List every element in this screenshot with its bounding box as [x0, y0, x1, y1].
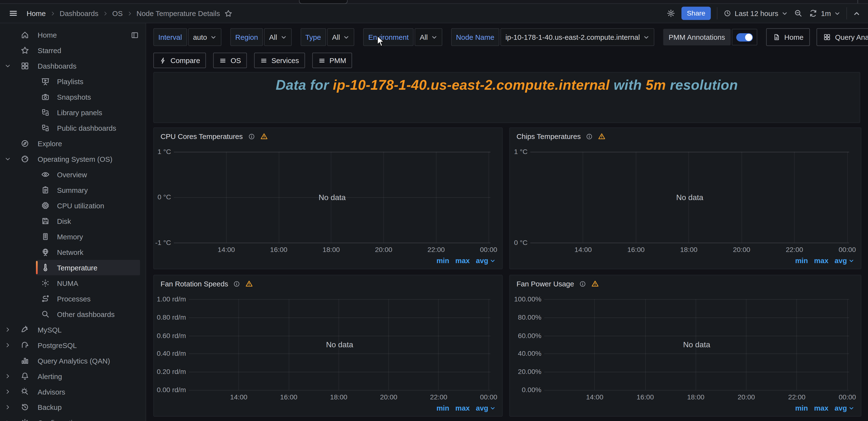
sidebar-item-home[interactable]: Home: [0, 27, 146, 43]
variable-value-dropdown[interactable]: All: [327, 28, 354, 46]
sidebar-item-overview[interactable]: Overview: [0, 167, 146, 183]
sidebar-item-library-panels[interactable]: Library panels: [0, 105, 146, 120]
list-icon: [260, 57, 268, 64]
warning-icon[interactable]: [598, 133, 606, 140]
pmm-annotations-toggle[interactable]: [732, 29, 757, 46]
chevron-down-icon[interactable]: [4, 62, 11, 69]
eye-icon: [41, 170, 50, 179]
sidebar-item-starred[interactable]: Starred: [0, 43, 146, 58]
legend-item-min[interactable]: min: [795, 404, 808, 412]
sidebar-item-snapshots[interactable]: Snapshots: [0, 89, 146, 105]
share-button[interactable]: Share: [681, 6, 711, 20]
sidebar-item-summary[interactable]: Summary: [0, 183, 146, 198]
panel-header[interactable]: Fan Power Usage: [510, 275, 861, 292]
dolphin-icon: [21, 325, 30, 334]
sidebar-item-playlists[interactable]: Playlists: [0, 74, 146, 89]
services-quick-link[interactable]: Services: [254, 53, 305, 68]
panel-header[interactable]: CPU Cores Temperatures: [154, 128, 502, 145]
variable-value-dropdown[interactable]: auto: [188, 28, 221, 46]
breadcrumb-item[interactable]: Node Temperature Details: [136, 9, 220, 18]
x-tick-label: 18:00: [330, 393, 347, 401]
variable-value-dropdown[interactable]: ip-10-178-1-40.us-east-2.compute.interna…: [500, 28, 654, 46]
legend-item-min[interactable]: min: [436, 257, 449, 265]
sidebar-item-dashboards[interactable]: Dashboards: [0, 58, 146, 74]
panel-title[interactable]: Fan Power Usage: [517, 279, 574, 288]
chevron-right-icon[interactable]: [4, 373, 11, 379]
panel-title[interactable]: Chips Temperatures: [517, 132, 581, 140]
chevron-right-icon[interactable]: [4, 327, 11, 333]
menu-icon[interactable]: [9, 9, 18, 18]
sidebar-item-mysql[interactable]: MySQL: [0, 322, 146, 337]
legend-item-max[interactable]: max: [814, 404, 828, 412]
chevron-right-icon[interactable]: [4, 404, 11, 410]
legend-item-avg[interactable]: avg: [476, 257, 496, 265]
breadcrumb-item[interactable]: OS: [112, 9, 123, 18]
chevron-right-icon[interactable]: [4, 342, 11, 348]
sidebar-item-postgresql[interactable]: PostgreSQL: [0, 337, 146, 353]
sidebar-item-configuration[interactable]: Configuration: [0, 415, 146, 421]
variable-value-dropdown[interactable]: All: [264, 28, 291, 46]
sidebar-item-memory[interactable]: Memory: [0, 229, 146, 244]
quick-links-row: CompareOSServicesPMM: [153, 53, 352, 67]
refresh-icon[interactable]: [809, 9, 817, 18]
clock-icon: [723, 9, 731, 17]
sidebar-item-cpu-utilization[interactable]: CPU utilization: [0, 198, 146, 214]
chevron-down-icon: [848, 405, 854, 411]
home-link-button[interactable]: Home: [766, 28, 810, 46]
chevron-right-icon[interactable]: [4, 388, 11, 395]
warning-icon[interactable]: [245, 280, 253, 288]
sidebar-item-query-analytics-qan[interactable]: Query Analytics (QAN): [0, 353, 146, 368]
warning-icon[interactable]: [591, 280, 599, 288]
pmm-quick-link[interactable]: PMM: [312, 53, 352, 68]
variable-value-dropdown[interactable]: All: [415, 28, 442, 46]
panel-cpu-cores-temperatures: CPU Cores Temperatures 1 °C0 °C-1 °CNo d…: [153, 127, 503, 269]
info-icon[interactable]: [248, 133, 255, 140]
sidebar-item-label: Snapshots: [57, 93, 91, 101]
sidebar-item-disk[interactable]: Disk: [0, 214, 146, 229]
refresh-picker[interactable]: 1m: [809, 9, 840, 18]
favorite-star-icon[interactable]: [224, 9, 232, 18]
info-icon[interactable]: [579, 280, 586, 287]
sidebar-item-operating-system-os[interactable]: Operating System (OS): [0, 151, 146, 167]
legend-item-min[interactable]: min: [795, 257, 808, 265]
panel-header[interactable]: Fan Rotation Speeds: [154, 275, 502, 292]
collapse-controls-icon[interactable]: [853, 10, 860, 17]
sidebar-item-processes[interactable]: Processes: [0, 291, 146, 306]
sidebar-item-temperature[interactable]: Temperature: [0, 260, 146, 275]
sidebar-item-explore[interactable]: Explore: [0, 136, 146, 151]
legend-item-avg[interactable]: avg: [476, 404, 496, 412]
panel-left-icon[interactable]: [131, 31, 139, 39]
legend-item-avg[interactable]: avg: [835, 257, 854, 265]
chevron-down-icon[interactable]: [4, 156, 11, 162]
legend-item-avg[interactable]: avg: [835, 404, 854, 412]
breadcrumb-item[interactable]: Dashboards: [60, 9, 98, 18]
legend-item-max[interactable]: max: [814, 257, 828, 265]
legend-item-max[interactable]: max: [455, 257, 470, 265]
chevron-spacer: [4, 109, 11, 116]
query-analytics-link-button[interactable]: Query Analytics: [817, 28, 868, 46]
sidebar-item-numa[interactable]: NUMA: [0, 275, 146, 291]
breadcrumb-item[interactable]: Home: [27, 9, 46, 18]
legend-item-max[interactable]: max: [455, 404, 470, 412]
legend-item-min[interactable]: min: [436, 404, 449, 412]
time-range-picker[interactable]: Last 12 hours: [723, 9, 787, 18]
warning-icon[interactable]: [260, 133, 268, 140]
chevron-right-icon[interactable]: [4, 419, 11, 421]
panel-header[interactable]: Chips Temperatures: [510, 128, 861, 145]
sidebar-item-other-dashboards[interactable]: Other dashboards: [0, 306, 146, 322]
banner-segment: 5m: [646, 77, 666, 93]
sidebar-item-advisors[interactable]: Advisors: [0, 384, 146, 399]
sidebar-item-backup[interactable]: Backup: [0, 399, 146, 415]
sidebar-item-network[interactable]: Network: [0, 244, 146, 260]
info-icon[interactable]: [233, 280, 240, 287]
sidebar-item-alerting[interactable]: Alerting: [0, 368, 146, 384]
zoom-out-icon[interactable]: [794, 9, 803, 18]
panel-title[interactable]: Fan Rotation Speeds: [160, 279, 228, 288]
info-icon[interactable]: [586, 133, 593, 140]
compare-quick-link[interactable]: Compare: [153, 53, 206, 68]
dashboard-settings-icon[interactable]: [666, 9, 675, 18]
os-quick-link[interactable]: OS: [214, 53, 247, 68]
plot-area: No data: [174, 152, 491, 243]
panel-title[interactable]: CPU Cores Temperatures: [160, 132, 243, 140]
sidebar-item-public-dashboards[interactable]: Public dashboards: [0, 120, 146, 136]
